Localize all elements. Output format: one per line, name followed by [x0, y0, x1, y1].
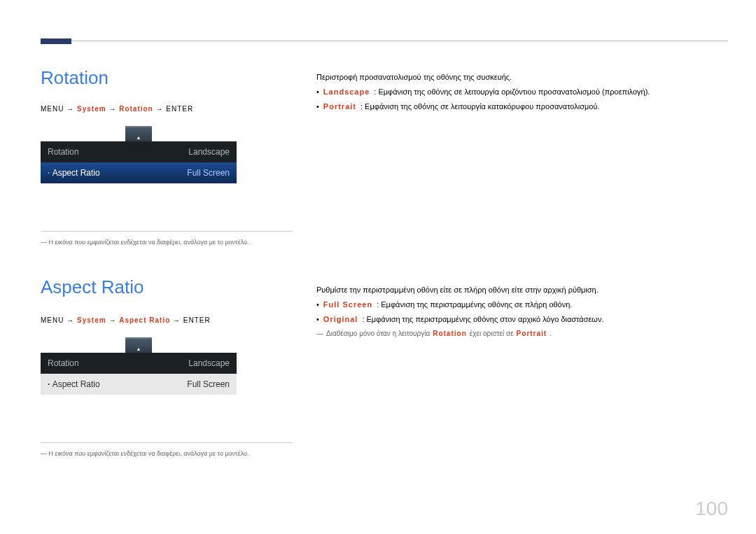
- menu-widget-rotation: Rotation Landscape Aspect Ratio Full Scr…: [41, 126, 237, 183]
- list-item: • Original : Εμφάνιση της περιστραμμένης…: [316, 312, 729, 327]
- bullet: •: [316, 99, 319, 114]
- header-rule: [41, 41, 728, 42]
- breadcrumb-rotation: MENU → System → Rotation → ENTER: [41, 105, 193, 113]
- menu-value: Full Screen: [187, 168, 230, 178]
- opt-red: Original: [323, 312, 358, 327]
- opt-text: : Εμφάνιση της περιστραμμένης οθόνης στο…: [362, 312, 603, 327]
- menu-row-rotation[interactable]: Rotation Landscape: [41, 141, 237, 162]
- caption-model-note-1: ― Η εικόνα που εμφανίζεται ενδέχεται να …: [41, 231, 293, 246]
- bc-mid: System: [77, 105, 106, 113]
- bc-arrow: →: [108, 316, 116, 324]
- bc-arrow: →: [66, 316, 74, 324]
- list-item: • Full Screen : Εμφάνιση της περιστραμμέ…: [316, 297, 729, 312]
- menu-tab-up-icon[interactable]: [125, 337, 152, 353]
- desc-intro: Ρυθμίστε την περιστραμμένη οθόνη είτε σε…: [316, 283, 729, 297]
- menu-value: Landscape: [188, 147, 230, 157]
- bullet: •: [316, 297, 319, 312]
- list-item: • Portrait : Εμφάνιση της οθόνης σε λειτ…: [316, 99, 729, 114]
- menu-tab-up-icon[interactable]: [125, 126, 152, 141]
- menu-value: Full Screen: [187, 379, 230, 389]
- bullet: •: [316, 85, 319, 99]
- menu-row-aspect-active[interactable]: Aspect Ratio Full Screen: [41, 162, 237, 183]
- breadcrumb-aspect: MENU → System → Aspect Ratio → ENTER: [41, 316, 211, 324]
- bc-pre: MENU: [41, 316, 64, 324]
- note-red2: Portrait: [517, 327, 547, 340]
- description-rotation: Περιστροφή προσανατολισμού της οθόνης τη…: [316, 70, 729, 114]
- bc-mid2: Rotation: [119, 105, 153, 113]
- menu-row-rotation2[interactable]: Rotation Landscape: [41, 353, 237, 374]
- menu-row-aspect2[interactable]: Aspect Ratio Full Screen: [41, 374, 237, 395]
- opt-text: : Εμφάνιση της περιστραμμένης οθόνης σε …: [377, 297, 572, 312]
- menu-value: Landscape: [188, 358, 230, 368]
- opt-text: : Εμφάνιση της οθόνης σε λειτουργία οριζ…: [374, 85, 650, 99]
- bc-end: ENTER: [183, 316, 211, 324]
- bc-end: ENTER: [166, 105, 193, 113]
- note-red1: Rotation: [433, 327, 467, 340]
- opt-text: : Εμφάνιση της οθόνης σε λειτουργία κατα…: [360, 99, 600, 114]
- bc-mid2-red: Aspect Ratio: [119, 316, 170, 324]
- note-mid: έχει οριστεί σε: [470, 327, 514, 340]
- opt-red: Landscape: [323, 85, 370, 99]
- bc-arrow: →: [66, 105, 74, 113]
- menu-label: Aspect Ratio: [48, 379, 100, 389]
- caption-text: Η εικόνα που εμφανίζεται ενδέχεται να δι…: [49, 239, 249, 246]
- description-aspect: Ρυθμίστε την περιστραμμένη οθόνη είτε σε…: [316, 283, 729, 340]
- menu-label: Rotation: [48, 358, 79, 368]
- list-item: • Landscape : Εμφάνιση της οθόνης σε λει…: [316, 85, 729, 99]
- menu-label: Aspect Ratio: [48, 168, 100, 178]
- menu-widget-aspect: Rotation Landscape Aspect Ratio Full Scr…: [41, 337, 237, 395]
- desc-intro: Περιστροφή προσανατολισμού της οθόνης τη…: [316, 70, 729, 85]
- bc-arrow: →: [108, 105, 116, 113]
- availability-note: ― Διαθέσιμο μόνο όταν η λειτουργία Rotat…: [316, 327, 729, 340]
- dash: ―: [316, 327, 323, 340]
- menu-label: Rotation: [48, 147, 79, 157]
- bc-mid: System: [77, 316, 106, 324]
- bullet: •: [316, 312, 319, 327]
- opt-red: Portrait: [323, 99, 356, 114]
- bc-arrow: →: [155, 105, 163, 113]
- bc-arrow: →: [173, 316, 181, 324]
- section-aspect-title: Aspect Ratio: [41, 276, 144, 298]
- note-dot: .: [550, 327, 552, 340]
- opt-red: Full Screen: [323, 297, 372, 312]
- bc-pre: MENU: [41, 105, 64, 113]
- page-number: 100: [695, 498, 728, 520]
- caption-model-note-2: ― Η εικόνα που εμφανίζεται ενδέχεται να …: [41, 442, 293, 457]
- section-rotation-title: Rotation: [41, 67, 108, 89]
- note-pre: Διαθέσιμο μόνο όταν η λειτουργία: [326, 327, 430, 340]
- caption-text: Η εικόνα που εμφανίζεται ενδέχεται να δι…: [49, 450, 249, 457]
